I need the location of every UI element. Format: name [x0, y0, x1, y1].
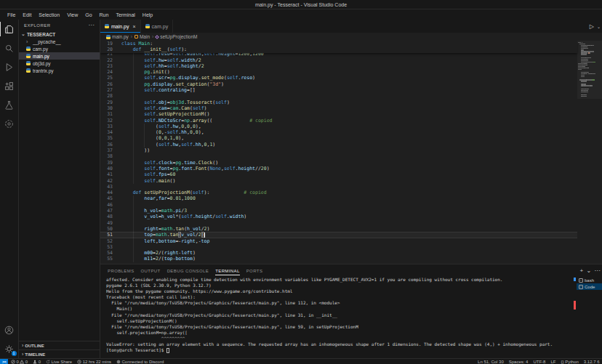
explorer-actions-icon[interactable]: ⋯ [89, 23, 95, 28]
code-editor[interactable]: 21 self.reso=self.width,self.height=1200… [100, 41, 602, 264]
live-share-icon[interactable] [0, 114, 19, 133]
tab-label: main.py [111, 24, 129, 29]
status-live-share[interactable]: Live Share [43, 360, 74, 364]
code-line: 33 (self.hw,0,0,0), [100, 124, 577, 129]
code-text: h_vol=math.pi/3 [121, 208, 187, 214]
menu-item-help[interactable]: Help [139, 12, 156, 17]
chevron-down-icon: ⌄ [21, 31, 25, 37]
line-number: 52 [100, 238, 121, 244]
status-left: 000Live Share12 hrs 22 minsConnected to … [8, 360, 166, 364]
code-line: 26 pg.display.set_caption("3d") [100, 81, 577, 87]
code-line: 52 left,bottom=-right,-top [100, 238, 577, 244]
code-text: left,bottom=-right,-top [121, 238, 209, 244]
terminal-error-marker [574, 301, 576, 310]
panel-action-new-terminal-icon[interactable]: + [579, 267, 583, 274]
menu-item-terminal[interactable]: Terminal [112, 12, 138, 17]
tab-cam-py[interactable]: cam.py [141, 20, 174, 33]
sidebar-pane-outline[interactable]: ›OUTLINE [19, 341, 100, 349]
code-line: 39 self.clock=pg.time.Clock() [100, 160, 577, 166]
run-debug-icon[interactable] [0, 57, 19, 76]
sidebar-bottom-panes: ›OUTLINE›TIMELINE [19, 341, 100, 358]
explorer-icon[interactable] [0, 20, 19, 39]
sidebar-item-obj3d-py[interactable]: obj3d.py [19, 60, 100, 67]
code-text: self.hh=self.height/2 [121, 63, 204, 69]
status-discord[interactable]: Connected to Discord [114, 360, 166, 364]
close-icon[interactable]: × [133, 24, 136, 29]
minimap-line [578, 69, 582, 70]
line-number: 36 [100, 142, 121, 147]
terminal-scrollbar[interactable] [574, 277, 576, 358]
menu-bar: FileEditSelectionViewGoRunTerminalHelp [0, 9, 602, 20]
line-number: 37 [100, 147, 121, 153]
status-python-interpreter[interactable]: 3.12.7 6 [581, 360, 602, 364]
sidebar-item-cam-py[interactable]: cam.py [19, 45, 100, 52]
terminal-cursor [166, 348, 169, 353]
folder-root[interactable]: ⌄ TESSERACT [19, 31, 100, 38]
code-text: right=math.tan(h_vol/2) [121, 226, 209, 232]
remote-indicator[interactable]: >< [0, 359, 8, 364]
terminal-output[interactable]: affected. Consider enabling compile time… [106, 277, 573, 358]
panel-tab-debug-console[interactable]: DEBUG CONSOLE [167, 264, 209, 277]
line-number: 43 [100, 184, 121, 190]
panel-action-more-icon[interactable]: ⋯ [595, 267, 601, 274]
sidebar-item-main-py[interactable]: main.py [19, 52, 100, 60]
window-title: main.py - Tesseract - Visual Studio Code [255, 2, 347, 7]
status-live-share-count[interactable]: 0 [31, 360, 44, 364]
terminal-list-item-bash[interactable]: >bash [577, 277, 602, 283]
code-text: m00=2/(right-left) [121, 250, 196, 256]
status-indentation[interactable]: Spaces: 4 [506, 360, 531, 364]
panel-tab-output[interactable]: OUTPUT [141, 264, 161, 277]
sticky-scroll[interactable]: 19class Main:20 def __init__(self): [100, 41, 577, 53]
panel-action-dropdown-icon[interactable]: ⌄ [586, 267, 591, 274]
code-text: class Main: [121, 41, 153, 46]
code-line: 46 [100, 202, 577, 208]
run-python-file-icon[interactable]: ▷ [590, 23, 594, 30]
code-text: (self.hw,self.hh,0,1) [121, 142, 215, 147]
status-problems[interactable]: 00 [8, 360, 30, 364]
panel-tab-ports[interactable]: PORTS [246, 264, 263, 277]
minimap-line [584, 76, 585, 77]
menu-item-selection[interactable]: Selection [35, 12, 63, 17]
minimap[interactable] [577, 41, 602, 264]
sidebar-item-trantrix-py[interactable]: trantrix.py [19, 67, 100, 74]
python-file-icon [145, 24, 150, 28]
panel-tab-terminal[interactable]: TERMINAL [215, 264, 240, 277]
sidebar-pane-timeline[interactable]: ›TIMELINE [19, 349, 100, 358]
status-encoding[interactable]: UTF-8 [531, 360, 548, 364]
run-dropdown-icon[interactable]: ⌄ [597, 24, 601, 29]
line-number: 24 [100, 69, 121, 75]
menu-item-go[interactable]: Go [81, 12, 95, 17]
error-icon [11, 360, 15, 364]
status-time-tracker[interactable]: 12 hrs 22 mins [75, 360, 114, 364]
breadcrumb-item-setupprojectionm[interactable]: setUpProjectionM [156, 34, 197, 39]
search-icon[interactable] [0, 39, 19, 57]
code-line: 51 top=math.tan(v_vol/2) [100, 232, 577, 238]
terminal-prompt[interactable]: [tony@arch Tesseract]$ [106, 347, 573, 353]
settings-gear-icon[interactable]: 1 [0, 339, 19, 358]
tab-main-py[interactable]: main.py× [100, 20, 141, 33]
menu-item-file[interactable]: File [4, 12, 19, 17]
breadcrumb-label: Main [140, 34, 150, 39]
sidebar-item--pycache-[interactable]: ›__pycache__ [19, 38, 100, 45]
status-cursor-position[interactable]: Ln 51, Col 30 [475, 360, 507, 364]
code-text: self.setUpProjectionM() [121, 111, 209, 117]
minimap-line [585, 54, 586, 54]
explorer-title: EXPLORER [24, 23, 51, 28]
menu-item-run[interactable]: Run [96, 12, 113, 17]
account-icon[interactable] [0, 320, 19, 339]
terminal-list-item-code[interactable]: >Code [577, 283, 602, 290]
testing-icon[interactable] [0, 95, 19, 114]
code-text: pg.display.set_caption("3d") [121, 81, 224, 87]
breadcrumb-item-main[interactable]: Main [135, 34, 150, 39]
menu-item-view[interactable]: View [63, 12, 81, 17]
breadcrumb-item-main.py[interactable]: main.py [106, 34, 129, 39]
menu-item-edit[interactable]: Edit [19, 12, 35, 17]
status-language-mode[interactable]: {} Python [558, 360, 581, 364]
line-number: 55 [100, 256, 121, 262]
status-eol[interactable]: LF [548, 360, 558, 364]
minimap-line [587, 65, 587, 65]
extensions-icon[interactable] [0, 76, 19, 95]
panel-tab-problems[interactable]: PROBLEMS [108, 264, 135, 277]
line-number: 44 [100, 190, 121, 195]
line-number: 26 [100, 81, 121, 87]
